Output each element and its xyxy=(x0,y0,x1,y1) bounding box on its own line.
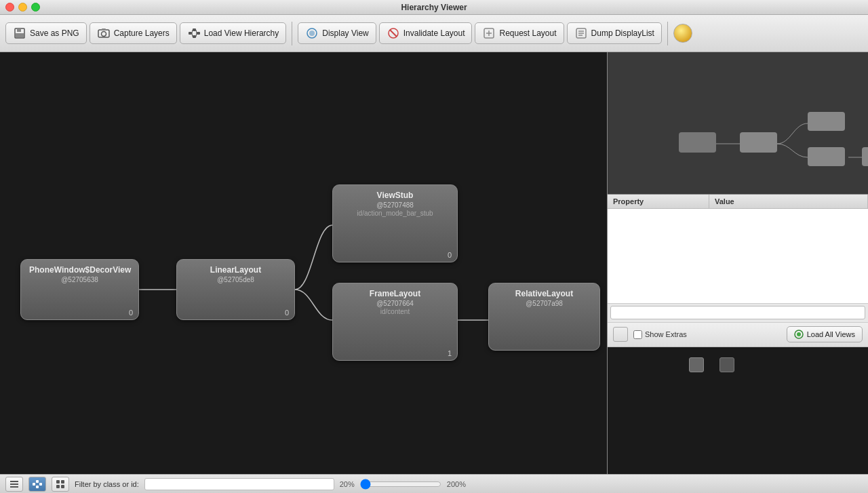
svg-line-10 xyxy=(192,30,193,33)
svg-rect-37 xyxy=(10,484,18,485)
zoom-max-label: 200% xyxy=(447,480,466,488)
svg-rect-45 xyxy=(56,485,60,488)
svg-rect-38 xyxy=(10,486,18,488)
save-icon xyxy=(13,26,26,40)
hierarchy-panel: PhoneWindow$DecorView @52705638 0 Linear… xyxy=(0,52,607,474)
node-view-stub-addr: @52707488 xyxy=(341,201,449,209)
bottom-bar: Filter by class or id: 20% 200% xyxy=(0,474,868,493)
properties-filter xyxy=(608,303,868,322)
request-icon xyxy=(482,26,496,40)
request-layout-button[interactable]: Request Layout xyxy=(475,22,564,44)
preview-node-1 xyxy=(689,357,704,372)
zoom-slider[interactable] xyxy=(360,479,441,490)
node-view-stub-count: 0 xyxy=(448,251,452,259)
node-linear-layout-title: LinearLayout xyxy=(185,265,286,275)
load-all-icon xyxy=(794,330,804,339)
display-view-button[interactable]: Display View xyxy=(298,22,376,44)
node-relative-layout-addr: @52707a98 xyxy=(497,300,591,307)
node-frame-layout-count: 1 xyxy=(448,349,452,357)
node-view-stub-title: ViewStub xyxy=(341,191,449,200)
toolbar: Save as PNG Capture Layers Load xyxy=(0,15,868,52)
dump-icon xyxy=(574,26,588,40)
svg-rect-8 xyxy=(193,35,196,38)
extras-bar: Show Extras Load All Views xyxy=(608,323,868,347)
zoom-min-label: 20% xyxy=(340,480,355,488)
node-phone-window-count: 0 xyxy=(129,309,133,317)
svg-line-11 xyxy=(192,33,193,37)
svg-rect-42 xyxy=(39,483,42,486)
hierarchy-icon xyxy=(187,26,201,40)
property-column-header: Property xyxy=(608,195,709,208)
svg-rect-5 xyxy=(102,28,106,31)
minimize-button[interactable] xyxy=(18,3,27,12)
node-relative-layout-title: RelativeLayout xyxy=(497,289,591,298)
window-title: Hierarchy Viewer xyxy=(401,3,467,12)
node-phone-window-title: PhoneWindow$DecorView xyxy=(29,265,130,275)
invalidate-icon xyxy=(387,26,400,40)
node-linear-layout-count: 0 xyxy=(285,309,289,317)
minimap xyxy=(608,52,868,195)
titlebar: Hierarchy Viewer xyxy=(0,0,868,15)
svg-rect-39 xyxy=(33,483,35,486)
window-controls xyxy=(5,3,40,12)
properties-body xyxy=(608,209,868,303)
camera-icon xyxy=(97,26,111,40)
save-png-button[interactable]: Save as PNG xyxy=(5,22,87,44)
minimap-svg xyxy=(608,52,868,195)
svg-rect-7 xyxy=(193,28,196,31)
tree-view-button[interactable] xyxy=(28,477,46,492)
main-layout: PhoneWindow$DecorView @52705638 0 Linear… xyxy=(0,52,868,474)
svg-rect-36 xyxy=(10,481,18,482)
node-linear-layout[interactable]: LinearLayout @52705de8 0 xyxy=(176,259,295,320)
capture-layers-button[interactable]: Capture Layers xyxy=(90,22,177,44)
svg-point-35 xyxy=(797,332,801,336)
properties-header: Property Value xyxy=(608,195,868,209)
node-linear-layout-addr: @52705de8 xyxy=(185,276,286,283)
dump-displaylist-button[interactable]: Dump DisplayList xyxy=(567,22,662,44)
svg-rect-46 xyxy=(61,485,64,488)
node-view-stub[interactable]: ViewStub @52707488 id/action_mode_bar_st… xyxy=(332,184,458,262)
color-swatch[interactable] xyxy=(613,327,628,342)
display-icon xyxy=(305,26,319,40)
svg-rect-43 xyxy=(56,480,60,484)
svg-line-13 xyxy=(196,33,197,37)
separator-2 xyxy=(667,22,668,45)
node-frame-layout-title: FrameLayout xyxy=(341,289,449,298)
show-extras-label[interactable]: Show Extras xyxy=(633,330,687,339)
properties-filter-input[interactable] xyxy=(610,306,865,319)
svg-rect-33 xyxy=(862,147,868,166)
list-view-button[interactable] xyxy=(5,477,23,492)
properties-panel: Property Value xyxy=(608,195,868,323)
load-hierarchy-button[interactable]: Load View Hierarchy xyxy=(180,22,287,44)
svg-rect-31 xyxy=(808,112,845,131)
node-frame-layout-addr: @52707664 xyxy=(341,300,449,307)
filter-label: Filter by class or id: xyxy=(75,480,139,488)
node-relative-layout[interactable]: RelativeLayout @52707a98 xyxy=(488,283,600,351)
list-view-icon xyxy=(9,479,20,490)
node-frame-layout-id: id/content xyxy=(341,308,449,315)
maximize-button[interactable] xyxy=(31,3,40,12)
svg-point-15 xyxy=(309,31,315,36)
node-phone-window[interactable]: PhoneWindow$DecorView @52705638 0 xyxy=(20,259,139,320)
node-view-stub-id: id/action_mode_bar_stub xyxy=(341,210,449,217)
svg-rect-30 xyxy=(740,132,777,153)
grid-view-icon xyxy=(55,479,66,490)
svg-rect-41 xyxy=(36,486,39,488)
load-all-views-button[interactable]: Load All Views xyxy=(787,326,863,342)
svg-rect-2 xyxy=(16,33,24,37)
svg-rect-6 xyxy=(189,32,192,35)
svg-line-12 xyxy=(196,30,197,33)
svg-point-4 xyxy=(101,32,106,37)
svg-rect-32 xyxy=(808,147,845,166)
close-button[interactable] xyxy=(5,3,14,12)
color-picker-button[interactable] xyxy=(673,24,692,43)
svg-rect-29 xyxy=(679,132,716,153)
filter-input[interactable] xyxy=(144,478,334,490)
invalidate-layout-button[interactable]: Invalidate Layout xyxy=(379,22,473,44)
svg-rect-40 xyxy=(36,480,39,483)
svg-rect-9 xyxy=(197,32,200,35)
preview-node-2 xyxy=(719,357,734,372)
node-frame-layout[interactable]: FrameLayout @52707664 id/content 1 xyxy=(332,283,458,361)
show-extras-checkbox[interactable] xyxy=(633,330,642,339)
grid-view-button[interactable] xyxy=(52,477,69,492)
